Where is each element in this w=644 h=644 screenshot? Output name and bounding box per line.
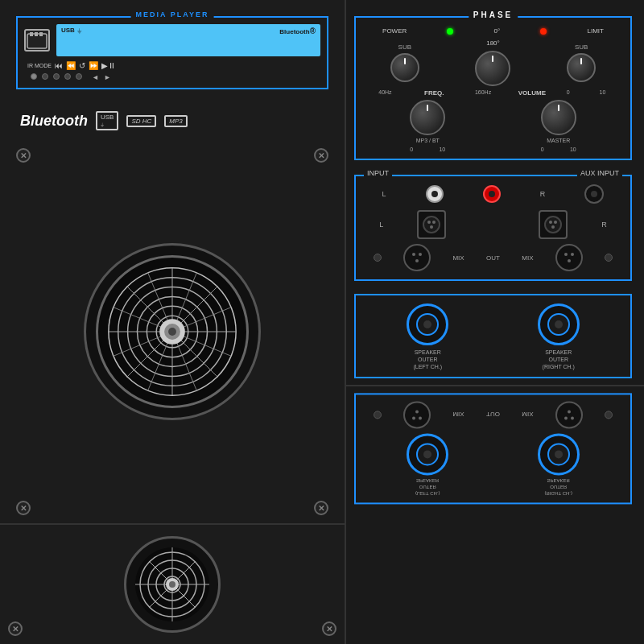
bottom-knobs-row: MP3 / BT MASTER xyxy=(362,100,624,143)
device-panel: MEDIA PLAYER USB ⏚ Bluetooth® xyxy=(0,0,644,644)
sub-left-label: SUB xyxy=(398,43,411,51)
phase-indicators: POWER 0° LIMIT xyxy=(362,27,624,35)
mix-row: MIX OUT MIX xyxy=(362,244,624,271)
mix-xlr-right[interactable] xyxy=(555,244,583,271)
bottom-speaker-right-label: (RIGHT CH.)OUTERSPEAKER xyxy=(544,477,572,496)
dot-2[interactable] xyxy=(42,73,48,80)
xlr-left[interactable] xyxy=(417,210,446,239)
vol-down-label: ◄ xyxy=(92,73,99,81)
svg-rect-2 xyxy=(35,32,38,36)
top-knobs-row: SUB 180° SUB xyxy=(362,39,624,86)
range0-3: 0 xyxy=(541,147,544,152)
mix-indicator-left xyxy=(374,254,382,262)
media-player-inner: USB ⏚ Bluetooth® xyxy=(24,24,320,56)
fan-area: ✕ ✕ ✕ ✕ xyxy=(8,140,336,523)
phase-main-group: 180° xyxy=(475,39,510,86)
mix-left-label: MIX xyxy=(452,254,464,262)
sub-right-label: SUB xyxy=(575,43,588,51)
bottom-mix-left[interactable] xyxy=(403,401,431,428)
bottom-speaker-right: (RIGHT CH.)OUTERSPEAKER xyxy=(538,433,580,496)
fan-grid xyxy=(96,255,249,408)
fan-svg xyxy=(98,257,246,407)
feature-labels: Bluetooth USB⏚ SD HC MP3 xyxy=(0,101,345,140)
xlr-right[interactable] xyxy=(539,210,568,239)
freq-label: FREQ. xyxy=(416,89,452,97)
bottom-mix-right[interactable] xyxy=(555,401,583,428)
next-btn[interactable]: ⏩ xyxy=(89,61,98,70)
bottom-speaker-flipped: (LEFT CH.)OUTERSPEAKER (RIGHT CH.)OUTERS… xyxy=(354,393,632,504)
svg-rect-3 xyxy=(39,32,43,36)
hz40-label: 40Hz xyxy=(370,89,399,97)
mix-indicator-right xyxy=(605,254,613,262)
bottom-mix-label-left: MIX xyxy=(452,411,464,419)
volume-knob[interactable] xyxy=(541,100,576,135)
controls-top: IR MODE ⏮ ⏪ ↺ ⏩ ▶⏸ xyxy=(27,61,317,70)
sub-left-knob[interactable] xyxy=(390,53,419,82)
usb-label: USB xyxy=(61,27,75,34)
xlr-l-label: L xyxy=(379,221,383,229)
sd-card-icon xyxy=(24,29,50,52)
input-r-label: R xyxy=(540,190,546,198)
rca-red[interactable] xyxy=(483,185,501,203)
aux-input-title: AUX INPUT xyxy=(577,169,622,177)
dot-3[interactable] xyxy=(53,73,60,80)
sub-right-knob[interactable] xyxy=(567,53,596,82)
screw-bl: ✕ xyxy=(16,501,31,515)
range-labels: 0 10 0 10 xyxy=(362,147,624,152)
hz160-label: 160Hz xyxy=(469,89,497,97)
speaker-section: SPEAKEROUTER(LEFT CH.) SPEAKEROUTER(RIGH… xyxy=(354,294,632,378)
phase-section: PHASE POWER 0° LIMIT SUB 18 xyxy=(354,16,632,160)
speaker-left-label: SPEAKEROUTER(LEFT CH.) xyxy=(413,349,442,370)
rca-white-left[interactable] xyxy=(426,185,444,203)
repeat-btn[interactable]: ↺ xyxy=(79,61,85,70)
ir-mode-label: IR MODE xyxy=(27,63,52,68)
out-label: OUT xyxy=(486,254,500,262)
controls-dots: ◄ ► xyxy=(27,73,317,81)
usb-icon: USB⏚ xyxy=(96,111,118,130)
dot-4[interactable] xyxy=(64,73,71,80)
screw-tl: ✕ xyxy=(16,148,31,163)
sub-left-group: SUB xyxy=(390,43,419,82)
media-display: USB ⏚ Bluetooth® xyxy=(56,24,320,56)
prev-track-btn[interactable]: ⏪ xyxy=(66,61,76,70)
bottom-out-label: TUO xyxy=(486,411,500,419)
freq-knob[interactable] xyxy=(410,100,445,135)
mix-xlr-left[interactable] xyxy=(403,244,431,271)
speaker-connector-left[interactable] xyxy=(407,303,448,345)
fan-outer-ring xyxy=(84,243,261,420)
bottom-connector-right[interactable] xyxy=(538,433,580,475)
freq-vol-row: 40Hz FREQ. 160Hz VOLUME 0 10 xyxy=(362,89,624,97)
bluetooth-label: Bluetooth xyxy=(20,113,88,130)
screw-br: ✕ xyxy=(314,501,328,515)
speaker-right: SPEAKEROUTER(RIGHT CH.) xyxy=(538,303,580,370)
right-panel: PHASE POWER 0° LIMIT SUB 18 xyxy=(346,0,644,644)
aux-jack[interactable] xyxy=(584,184,604,204)
limit-label: LIMIT xyxy=(587,27,603,35)
volume-knob-group: MASTER xyxy=(541,100,576,143)
rca-row: L R xyxy=(362,184,624,204)
master-label: MASTER xyxy=(547,138,570,143)
svg-rect-1 xyxy=(30,32,33,36)
speaker-left: SPEAKEROUTER(LEFT CH.) xyxy=(407,303,448,370)
dot-5[interactable] xyxy=(76,73,82,80)
bottom-section: (LEFT CH.)OUTERSPEAKER (RIGHT CH.)OUTERS… xyxy=(346,385,644,530)
xlr-r-label: R xyxy=(601,221,607,229)
phase-main-knob[interactable] xyxy=(475,51,510,86)
screw-br2: ✕ xyxy=(322,621,336,636)
dot-1[interactable] xyxy=(31,73,37,80)
fan-partial xyxy=(124,536,221,633)
sub-right-group: SUB xyxy=(567,43,596,82)
mix-right-label: MIX xyxy=(522,254,533,262)
prev-btn[interactable]: ⏮ xyxy=(55,61,63,70)
speaker-connector-right[interactable] xyxy=(538,303,580,345)
play-btn[interactable]: ▶⏸ xyxy=(101,61,116,70)
power-led xyxy=(447,28,453,35)
range0-2: 0 xyxy=(410,147,413,152)
bottom-connector-left[interactable] xyxy=(407,433,448,475)
input-title: INPUT xyxy=(364,169,392,177)
range10-2: 10 xyxy=(439,147,445,152)
fan-partial-svg xyxy=(132,544,213,625)
bottom-speaker-left-label: (LEFT CH.)OUTERSPEAKER xyxy=(415,477,440,496)
vol-up-label: ► xyxy=(104,73,111,81)
zero-label: 0° xyxy=(494,27,501,35)
